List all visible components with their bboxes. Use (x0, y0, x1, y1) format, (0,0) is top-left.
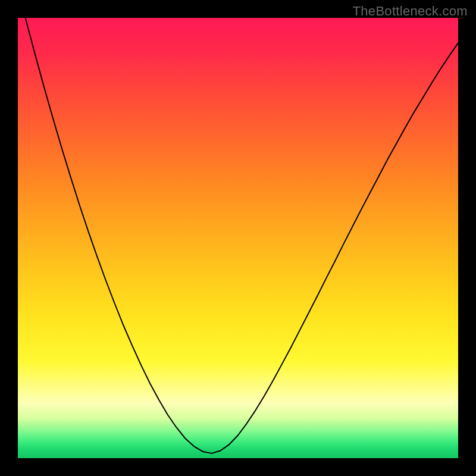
watermark-text: TheBottleneck.com (353, 4, 468, 19)
bottleneck-curve (18, 18, 458, 453)
chart-svg (18, 18, 458, 458)
chart-plot-area (18, 18, 458, 458)
